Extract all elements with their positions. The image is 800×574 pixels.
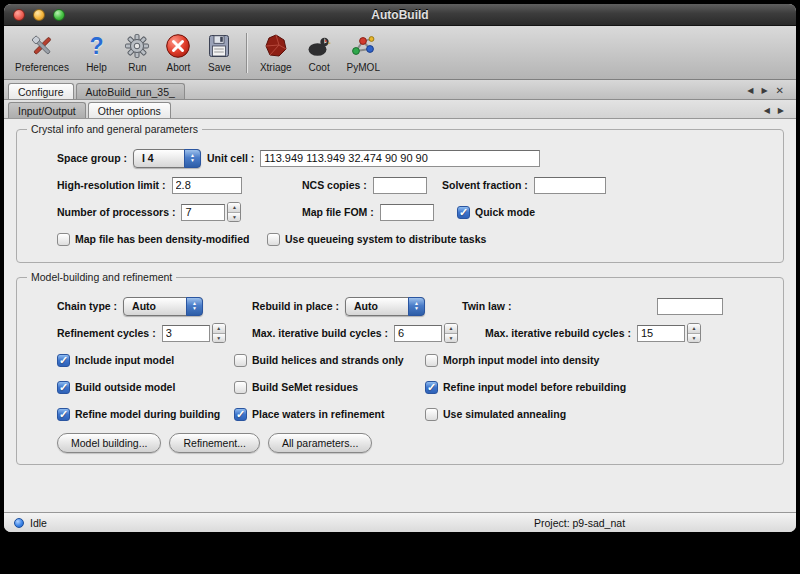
tab-input-output[interactable]: Input/Output bbox=[8, 102, 86, 118]
toolbar-item-label: Preferences bbox=[15, 62, 69, 73]
number-of-processors-label: Number of processors : bbox=[57, 206, 175, 218]
tab-configure[interactable]: Configure bbox=[8, 83, 74, 99]
xtriage-button[interactable]: Xtriage bbox=[253, 31, 299, 75]
cycles-row: Refinement cycles : ▲ ▼ Max. iterative b… bbox=[57, 321, 769, 345]
check-icon: ✓ bbox=[427, 382, 436, 393]
map-file-fom-input[interactable] bbox=[380, 204, 434, 221]
checkbox-box: ✓ bbox=[57, 354, 70, 367]
scroll-subtabs-left-icon[interactable]: ◀ bbox=[764, 106, 770, 115]
rebuild-cycles-stepper[interactable]: ▲ ▼ bbox=[687, 323, 701, 343]
tab-nav-controls: ◀ ▶ ✕ bbox=[747, 85, 792, 99]
main-tab-bar: Configure AutoBuild_run_35_ ◀ ▶ ✕ bbox=[4, 80, 796, 100]
density-modified-checkbox[interactable]: ✓ Map file has been density-modified bbox=[57, 233, 249, 246]
all-parameters-button[interactable]: All parameters... bbox=[268, 433, 372, 453]
max-iterative-build-cycles-label: Max. iterative build cycles : bbox=[252, 327, 388, 339]
stepper-down-icon[interactable]: ▼ bbox=[688, 334, 700, 343]
checkbox-box: ✓ bbox=[234, 408, 247, 421]
checkbox-label: Place waters in refinement bbox=[252, 408, 384, 420]
minimize-window-button[interactable] bbox=[33, 9, 45, 21]
stepper-down-icon[interactable]: ▼ bbox=[213, 334, 225, 343]
help-button[interactable]: ? Help bbox=[76, 31, 117, 75]
include-input-model-checkbox[interactable]: ✓ Include input model bbox=[57, 354, 174, 367]
build-helices-strands-checkbox[interactable]: ✓ Build helices and strands only bbox=[234, 354, 404, 367]
ncs-copies-input[interactable] bbox=[373, 177, 427, 194]
status-dot-icon bbox=[14, 518, 24, 528]
checkbox-box: ✓ bbox=[57, 381, 70, 394]
refine-input-model-checkbox[interactable]: ✓ Refine input model before rebuilding bbox=[425, 381, 626, 394]
build-outside-model-checkbox[interactable]: ✓ Build outside model bbox=[57, 381, 175, 394]
scroll-tabs-right-icon[interactable]: ▶ bbox=[761, 86, 767, 95]
pymol-icon bbox=[350, 33, 377, 60]
save-button[interactable]: Save bbox=[199, 31, 240, 75]
twin-law-input[interactable] bbox=[657, 298, 723, 315]
popup-value: Auto bbox=[132, 300, 156, 312]
high-resolution-limit-label: High-resolution limit : bbox=[57, 179, 166, 191]
preferences-button[interactable]: Preferences bbox=[8, 31, 76, 75]
stepper-down-icon[interactable]: ▼ bbox=[445, 334, 457, 343]
tab-other-options[interactable]: Other options bbox=[88, 102, 171, 118]
checkbox-label: Build SeMet residues bbox=[252, 381, 358, 393]
unit-cell-input[interactable] bbox=[260, 150, 540, 167]
pymol-button[interactable]: PyMOL bbox=[340, 31, 387, 75]
morph-input-model-checkbox[interactable]: ✓ Morph input model into density bbox=[425, 354, 599, 367]
stepper-up-icon[interactable]: ▲ bbox=[228, 203, 240, 213]
checkbox-label: Include input model bbox=[75, 354, 174, 366]
save-icon bbox=[206, 33, 233, 60]
close-window-button[interactable] bbox=[13, 9, 25, 21]
space-group-select[interactable]: I 4 ▲ ▼ bbox=[133, 149, 201, 168]
rebuild-in-place-select[interactable]: Auto ▲ ▼ bbox=[345, 297, 425, 316]
solvent-fraction-input[interactable] bbox=[534, 177, 606, 194]
project-label: Project: p9-sad_nat bbox=[534, 517, 625, 529]
stepper-up-icon[interactable]: ▲ bbox=[445, 324, 457, 334]
scroll-tabs-left-icon[interactable]: ◀ bbox=[747, 86, 753, 95]
refinement-cycles-input[interactable] bbox=[162, 325, 210, 342]
popup-value: Auto bbox=[354, 300, 378, 312]
processors-stepper[interactable]: ▲ ▼ bbox=[227, 202, 241, 222]
map-file-fom-label: Map file FOM : bbox=[302, 206, 374, 218]
max-iterative-build-cycles-input[interactable] bbox=[394, 325, 442, 342]
status-text: Idle bbox=[30, 517, 47, 529]
coot-button[interactable]: Coot bbox=[299, 31, 340, 75]
build-cycles-stepper[interactable]: ▲ ▼ bbox=[444, 323, 458, 343]
down-arrow-icon: ▼ bbox=[414, 306, 419, 311]
coot-icon bbox=[306, 33, 333, 60]
refinement-button[interactable]: Refinement... bbox=[169, 433, 259, 453]
scroll-subtabs-right-icon[interactable]: ▶ bbox=[778, 106, 784, 115]
stepper-up-icon[interactable]: ▲ bbox=[213, 324, 225, 334]
abort-button[interactable]: Abort bbox=[158, 31, 199, 75]
queueing-system-checkbox[interactable]: ✓ Use queueing system to distribute task… bbox=[267, 233, 486, 246]
down-arrow-icon: ▼ bbox=[190, 158, 195, 163]
place-waters-checkbox[interactable]: ✓ Place waters in refinement bbox=[234, 408, 384, 421]
build-semet-residues-checkbox[interactable]: ✓ Build SeMet residues bbox=[234, 381, 358, 394]
toolbar-item-label: Abort bbox=[166, 62, 190, 73]
tab-autobuild-run-35[interactable]: AutoBuild_run_35_ bbox=[76, 83, 185, 99]
refinement-cycles-label: Refinement cycles : bbox=[57, 327, 156, 339]
model-building-group: Model-building and refinement Chain type… bbox=[16, 277, 784, 465]
sub-tab-bar: Input/Output Other options ◀ ▶ bbox=[4, 100, 796, 119]
popup-arrows-icon: ▲ ▼ bbox=[408, 297, 425, 316]
high-resolution-limit-input[interactable] bbox=[172, 177, 242, 194]
stepper-up-icon[interactable]: ▲ bbox=[688, 324, 700, 334]
zoom-window-button[interactable] bbox=[53, 9, 65, 21]
content-area: Crystal info and general parameters Spac… bbox=[4, 119, 796, 512]
titlebar: AutoBuild bbox=[4, 4, 796, 26]
refinement-cycles-stepper[interactable]: ▲ ▼ bbox=[212, 323, 226, 343]
checkbox-box: ✓ bbox=[234, 354, 247, 367]
rebuild-in-place-label: Rebuild in place : bbox=[252, 300, 339, 312]
crystal-info-group: Crystal info and general parameters Spac… bbox=[16, 129, 784, 263]
model-building-button[interactable]: Model building... bbox=[57, 433, 161, 453]
question-mark-glyph: ? bbox=[89, 33, 103, 60]
chain-type-select[interactable]: Auto ▲ ▼ bbox=[123, 297, 203, 316]
refine-during-building-checkbox[interactable]: ✓ Refine model during building bbox=[57, 408, 220, 421]
quick-mode-checkbox[interactable]: ✓ Quick mode bbox=[457, 206, 535, 219]
popup-arrows-icon: ▲ ▼ bbox=[186, 297, 203, 316]
tab-label: Input/Output bbox=[18, 105, 76, 117]
tab-label: Other options bbox=[98, 105, 161, 117]
toolbar-item-label: Run bbox=[128, 62, 146, 73]
stepper-down-icon[interactable]: ▼ bbox=[228, 213, 240, 222]
close-tab-icon[interactable]: ✕ bbox=[776, 85, 784, 96]
number-of-processors-input[interactable] bbox=[181, 204, 225, 221]
max-iterative-rebuild-cycles-input[interactable] bbox=[637, 325, 685, 342]
run-button[interactable]: Run bbox=[117, 31, 158, 75]
simulated-annealing-checkbox[interactable]: ✓ Use simulated annealing bbox=[425, 408, 566, 421]
